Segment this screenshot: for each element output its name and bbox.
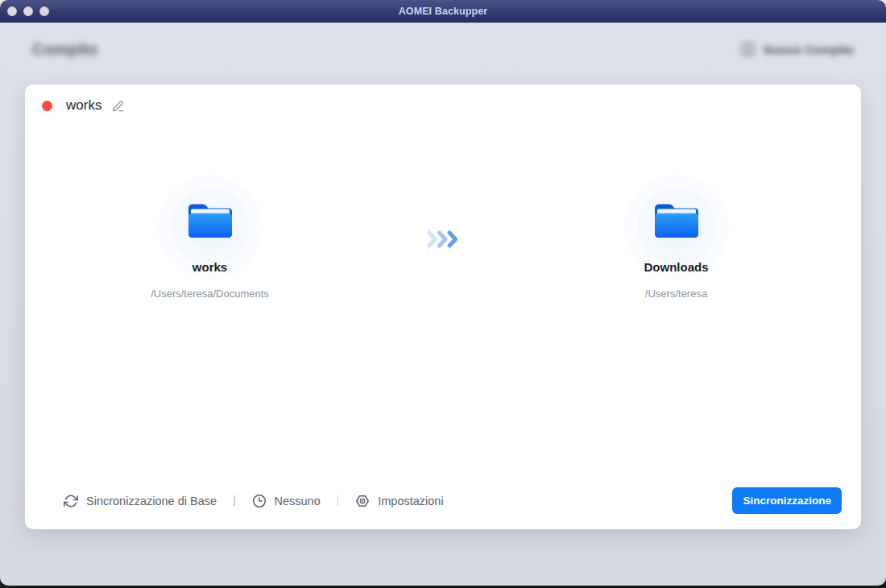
source-path: /Users/teresa/Documents — [151, 288, 269, 300]
close-button[interactable] — [7, 6, 17, 16]
sync-mode-label: Sincronizzazione di Base — [86, 495, 217, 507]
divider — [234, 495, 235, 506]
app-window: AOMEI Backupper Compito Nuovo Compito — [0, 0, 886, 586]
header: Compito Nuovo Compito — [0, 23, 886, 76]
sync-area: works /Users/teresa/Documents — [25, 197, 861, 300]
plus-circle-icon — [739, 41, 756, 58]
blue-folder-icon — [184, 197, 236, 244]
source-label: works — [193, 260, 227, 274]
traffic-lights — [7, 0, 49, 23]
sync-mode-button[interactable]: Sincronizzazione di Base — [64, 494, 217, 508]
destination-label: Downloads — [644, 260, 708, 274]
destination-endpoint[interactable]: Downloads /Users/teresa — [491, 197, 861, 300]
clock-icon — [252, 494, 267, 508]
page-title: Compito — [32, 40, 97, 59]
status-dot — [42, 101, 52, 111]
task-card: works — [25, 85, 861, 529]
zoom-button[interactable] — [39, 6, 49, 16]
card-footer: Sincronizzazione di Base Nessuno — [25, 487, 861, 514]
sync-button[interactable]: Sincronizzazione — [732, 487, 842, 514]
settings-button[interactable]: Impostazioni — [355, 494, 443, 508]
pencil-icon[interactable] — [111, 99, 125, 113]
source-endpoint[interactable]: works /Users/teresa/Documents — [25, 197, 395, 300]
screenshot-stage: AOMEI Backupper Compito Nuovo Compito — [0, 0, 886, 588]
divider — [337, 495, 339, 506]
minimize-button[interactable] — [23, 6, 33, 16]
blue-folder-icon — [651, 197, 702, 244]
schedule-label: Nessuno — [275, 495, 321, 507]
task-name: works — [66, 97, 101, 114]
schedule-button[interactable]: Nessuno — [252, 494, 321, 508]
titlebar[interactable]: AOMEI Backupper — [0, 0, 886, 23]
settings-label: Impostazioni — [378, 495, 443, 507]
task-title-row: works — [25, 85, 861, 114]
window-title: AOMEI Backupper — [399, 6, 488, 17]
new-task-button[interactable]: Nuovo Compito — [739, 41, 854, 58]
refresh-arrows-icon — [64, 494, 78, 508]
destination-path: /Users/teresa — [645, 288, 707, 300]
new-task-label: Nuovo Compito — [764, 43, 854, 56]
triple-chevron-right-icon — [395, 197, 491, 249]
hex-nut-gear-icon — [355, 494, 370, 508]
